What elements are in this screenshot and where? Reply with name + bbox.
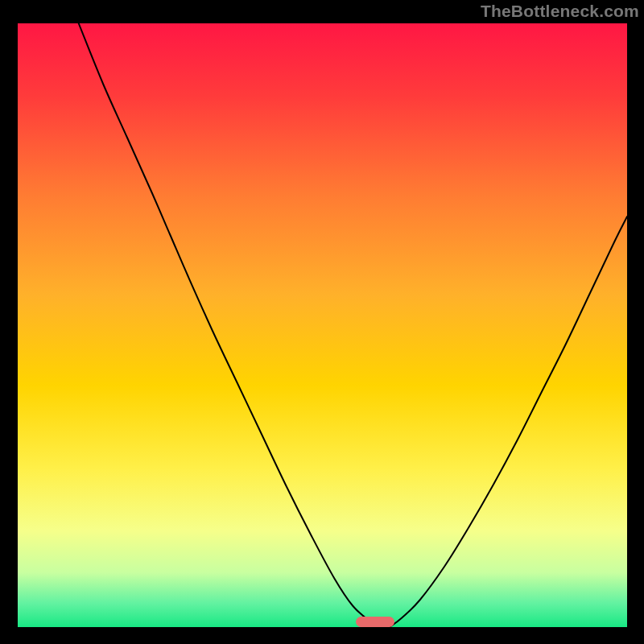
left-curve	[79, 23, 378, 627]
curve-layer	[18, 23, 627, 627]
watermark-text: TheBottleneck.com	[481, 2, 639, 21]
minimum-marker	[356, 617, 394, 627]
chart-frame: TheBottleneck.com	[0, 0, 644, 644]
right-curve	[390, 217, 627, 627]
plot-area	[18, 23, 627, 627]
